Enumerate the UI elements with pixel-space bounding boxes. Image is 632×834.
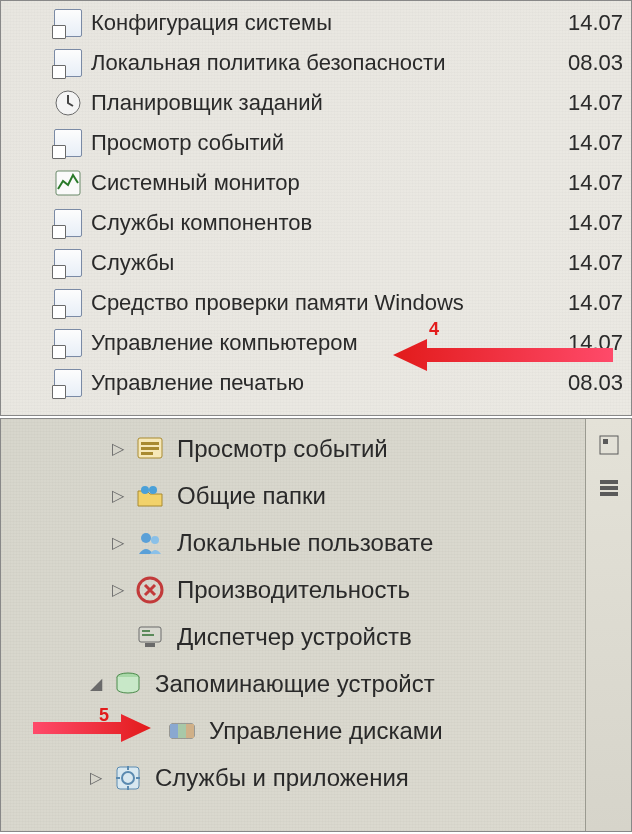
- tree-item-local-users[interactable]: ▷ Локальные пользовате: [1, 519, 631, 566]
- item-date: 14.07: [560, 90, 623, 116]
- tree-label: Службы и приложения: [155, 764, 409, 792]
- svg-rect-25: [600, 480, 618, 484]
- tree-item-storage[interactable]: ◢ Запоминающие устройст: [1, 660, 631, 707]
- msconfig-icon: [53, 8, 83, 38]
- expander-icon[interactable]: ▷: [87, 768, 105, 787]
- actions-toolbar: [585, 419, 631, 831]
- tree-label: Локальные пользовате: [177, 529, 433, 557]
- tree-label: Диспетчер устройств: [177, 623, 412, 651]
- perfmon-icon: [53, 168, 83, 198]
- expander-icon[interactable]: ◢: [87, 674, 105, 693]
- shared-folders-icon: [133, 479, 167, 513]
- svg-point-7: [141, 486, 149, 494]
- item-label: Управление печатью: [91, 370, 560, 396]
- item-label: Просмотр событий: [91, 130, 560, 156]
- memory-diag-icon: [53, 288, 83, 318]
- list-item[interactable]: Службы компонентов 14.07: [1, 203, 631, 243]
- item-date: 14.07: [560, 10, 623, 36]
- event-viewer-icon: [53, 128, 83, 158]
- item-label: Конфигурация системы: [91, 10, 560, 36]
- list-item[interactable]: Локальная политика безопасности 08.03: [1, 43, 631, 83]
- list-item[interactable]: Средство проверки памяти Windows 14.07: [1, 283, 631, 323]
- expander-icon[interactable]: ▷: [109, 580, 127, 599]
- device-manager-icon: [133, 620, 167, 654]
- list-item[interactable]: Службы 14.07: [1, 243, 631, 283]
- tree-item-shared-folders[interactable]: ▷ Общие папки: [1, 472, 631, 519]
- svg-rect-19: [178, 724, 186, 738]
- svg-rect-5: [141, 447, 159, 450]
- svg-rect-18: [170, 724, 178, 738]
- list-item[interactable]: Конфигурация системы 14.07: [1, 3, 631, 43]
- item-label: Управление компьютером: [91, 330, 560, 356]
- item-label: Службы компонентов: [91, 210, 560, 236]
- tree-item-event-viewer[interactable]: ▷ Просмотр событий: [1, 425, 631, 472]
- svg-rect-4: [141, 442, 159, 445]
- list-item[interactable]: Системный монитор 14.07: [1, 163, 631, 203]
- item-label: Средство проверки памяти Windows: [91, 290, 560, 316]
- tree-label: Запоминающие устройст: [155, 670, 435, 698]
- annotation-number: 4: [429, 319, 439, 340]
- svg-rect-27: [600, 492, 618, 496]
- item-label: Службы: [91, 250, 560, 276]
- item-date: 14.07: [560, 210, 623, 236]
- item-date: 14.07: [560, 330, 623, 356]
- item-label: Локальная политика безопасности: [91, 50, 560, 76]
- computer-mgmt-icon: [53, 328, 83, 358]
- item-label: Системный монитор: [91, 170, 560, 196]
- list-item[interactable]: Управление компьютером 14.07: [1, 323, 631, 363]
- toolbar-icon[interactable]: [593, 429, 625, 461]
- event-viewer-icon: [133, 432, 167, 466]
- svg-rect-23: [600, 436, 618, 454]
- tree-label: Производительность: [177, 576, 410, 604]
- list-item[interactable]: Просмотр событий 14.07: [1, 123, 631, 163]
- svg-point-8: [149, 486, 157, 494]
- item-date: 08.03: [560, 50, 623, 76]
- annotation-number: 5: [99, 705, 109, 726]
- item-date: 14.07: [560, 250, 623, 276]
- item-date: 14.07: [560, 130, 623, 156]
- expander-icon[interactable]: ▷: [109, 486, 127, 505]
- tree-label: Общие папки: [177, 482, 326, 510]
- list-item[interactable]: Планировщик заданий 14.07: [1, 83, 631, 123]
- tree-item-performance[interactable]: ▷ Производительность: [1, 566, 631, 613]
- users-icon: [133, 526, 167, 560]
- expander-icon[interactable]: ▷: [109, 439, 127, 458]
- expander-icon[interactable]: ▷: [109, 533, 127, 552]
- disk-management-icon: [165, 714, 199, 748]
- svg-rect-15: [142, 634, 154, 636]
- svg-rect-13: [145, 643, 155, 647]
- tree-item-disk-management[interactable]: Управление дисками: [1, 707, 631, 754]
- storage-icon: [111, 667, 145, 701]
- svg-rect-6: [141, 452, 153, 455]
- tree-item-services-apps[interactable]: ▷ Службы и приложения: [1, 754, 631, 801]
- tree-label: Просмотр событий: [177, 435, 388, 463]
- print-mgmt-icon: [53, 368, 83, 398]
- services-icon: [53, 248, 83, 278]
- svg-rect-26: [600, 486, 618, 490]
- component-services-icon: [53, 208, 83, 238]
- admin-tools-list-panel: Конфигурация системы 14.07 Локальная пол…: [0, 0, 632, 416]
- performance-icon: [133, 573, 167, 607]
- toolbar-icon[interactable]: [593, 471, 625, 503]
- services-apps-icon: [111, 761, 145, 795]
- tree-label: Управление дисками: [209, 717, 443, 745]
- tree-item-device-manager[interactable]: Диспетчер устройств: [1, 613, 631, 660]
- svg-point-9: [141, 533, 151, 543]
- svg-rect-21: [117, 767, 139, 789]
- secpol-icon: [53, 48, 83, 78]
- computer-mgmt-tree-panel: ▷ Просмотр событий ▷ Общие папки ▷ Локал…: [0, 418, 632, 832]
- tree-guide-line: [103, 419, 621, 421]
- list-item[interactable]: Управление печатью 08.03: [1, 363, 631, 403]
- svg-point-10: [151, 536, 159, 544]
- svg-rect-20: [186, 724, 194, 738]
- svg-rect-14: [142, 630, 150, 632]
- task-scheduler-icon: [53, 88, 83, 118]
- item-date: 14.07: [560, 290, 623, 316]
- item-date: 08.03: [560, 370, 623, 396]
- item-label: Планировщик заданий: [91, 90, 560, 116]
- item-date: 14.07: [560, 170, 623, 196]
- svg-rect-24: [603, 439, 608, 444]
